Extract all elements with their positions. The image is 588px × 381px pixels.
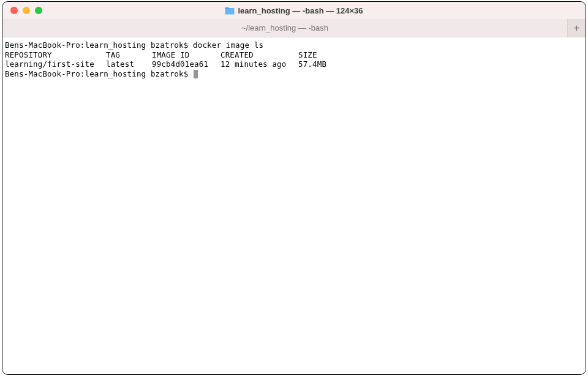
window-title-text: learn_hosting — -bash — 124×36 [238, 6, 363, 15]
minimize-button[interactable] [23, 7, 30, 14]
col-imageid: IMAGE ID [152, 50, 221, 60]
col-created: CREATED [221, 50, 298, 60]
close-button[interactable] [10, 7, 18, 14]
maximize-button[interactable] [35, 7, 42, 14]
prompt: Bens-MacBook-Pro:learn_hosting bzatrok$ [5, 69, 193, 78]
terminal-body[interactable]: Bens-MacBook-Pro:learn_hosting bzatrok$ … [2, 37, 586, 374]
table-header: REPOSITORYTAGIMAGE IDCREATEDSIZE [5, 50, 583, 60]
cell-created: 12 minutes ago [221, 59, 298, 69]
col-repo: REPOSITORY [5, 50, 106, 60]
traffic-lights [2, 7, 42, 14]
tabbar: ~/learn_hosting — -bash + [2, 19, 586, 37]
tab-label: ~/learn_hosting — -bash [241, 23, 328, 32]
cell-imageid: 99cb4d01ea61 [152, 59, 221, 69]
table-row: learning/first-sitelatest99cb4d01ea6112 … [5, 59, 583, 69]
prompt: Bens-MacBook-Pro:learn_hosting bzatrok$ [5, 40, 193, 50]
new-tab-button[interactable]: + [567, 19, 586, 37]
cursor [194, 70, 198, 78]
titlebar: learn_hosting — -bash — 124×36 [2, 2, 586, 19]
terminal-output: Bens-MacBook-Pro:learn_hosting bzatrok$ … [5, 40, 583, 78]
cell-tag: latest [106, 59, 152, 69]
folder-icon [225, 7, 235, 15]
window-title: learn_hosting — -bash — 124×36 [2, 6, 586, 15]
tab-current[interactable]: ~/learn_hosting — -bash [2, 19, 567, 37]
col-size: SIZE [298, 50, 317, 59]
col-tag: TAG [106, 50, 152, 60]
command: docker image ls [193, 40, 263, 50]
terminal-window: learn_hosting — -bash — 124×36 ~/learn_h… [2, 1, 586, 375]
plus-icon: + [574, 22, 580, 34]
cell-size: 57.4MB [298, 59, 326, 69]
cell-repo: learning/first-site [5, 59, 106, 69]
